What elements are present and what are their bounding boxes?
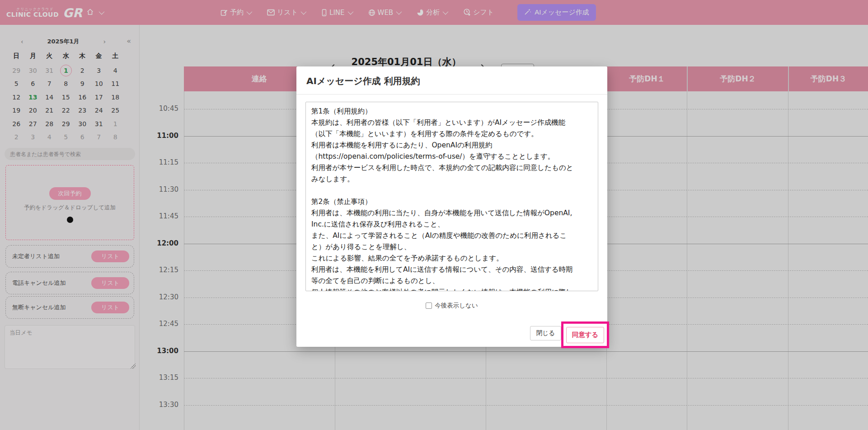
close-button[interactable]: 閉じる <box>530 326 561 340</box>
dont-show-again-label: 今後表示しない <box>435 302 478 310</box>
dont-show-again-checkbox[interactable] <box>426 302 432 309</box>
app-window: クリニッククラウド CLINIC CLOUD GR 予約リストLINEWEB分析… <box>0 0 868 430</box>
agree-highlight-annotation: 同意する <box>561 321 609 348</box>
modal-title: AIメッセージ作成 利用規約 <box>296 66 607 95</box>
terms-scrollbox[interactable]: 第1条（利用規約） 本規約は、利用者の皆様（以下「利用者」といいます）がAIメッ… <box>305 102 598 291</box>
terms-modal: AIメッセージ作成 利用規約 第1条（利用規約） 本規約は、利用者の皆様（以下「… <box>296 66 607 347</box>
agree-button[interactable]: 同意する <box>566 327 605 343</box>
